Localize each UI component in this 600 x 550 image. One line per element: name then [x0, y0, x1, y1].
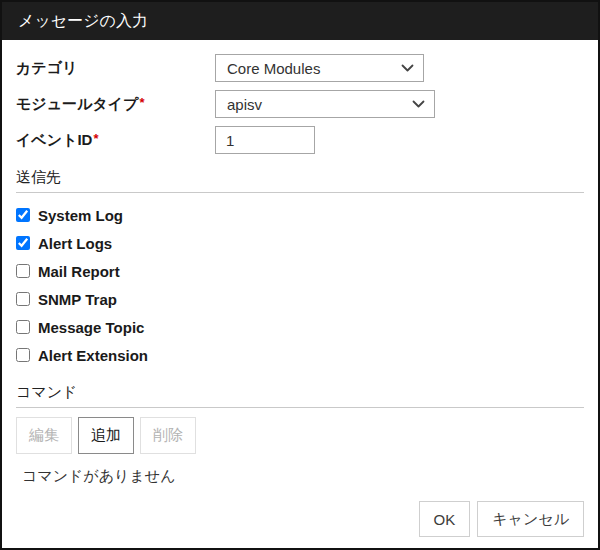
chevron-down-icon — [401, 64, 414, 73]
checkbox-row-system-log: System Log — [16, 201, 584, 229]
cancel-button[interactable]: キャンセル — [477, 501, 584, 537]
category-select-value: Core Modules — [227, 60, 320, 77]
dialog-title: メッセージの入力 — [18, 11, 148, 32]
snmp-trap-checkbox[interactable] — [16, 292, 30, 306]
command-button-group: 編集 追加 削除 — [16, 417, 584, 454]
chevron-down-icon — [412, 100, 425, 109]
divider — [16, 192, 584, 193]
checkbox-row-snmp-trap: SNMP Trap — [16, 285, 584, 313]
mail-report-checkbox[interactable] — [16, 264, 30, 278]
module-type-label: モジュールタイプ* — [16, 95, 215, 114]
message-input-dialog: メッセージの入力 カテゴリ Core Modules モジュールタイプ* api… — [0, 0, 600, 550]
dialog-body: カテゴリ Core Modules モジュールタイプ* apisv イベントID… — [2, 40, 598, 501]
dialog-footer: OK キャンセル — [2, 501, 598, 548]
module-type-select-value: apisv — [227, 96, 262, 113]
category-row: カテゴリ Core Modules — [16, 54, 584, 82]
ok-button[interactable]: OK — [419, 501, 471, 537]
checkbox-label: System Log — [38, 207, 123, 224]
system-log-checkbox[interactable] — [16, 208, 30, 222]
add-command-button[interactable]: 追加 — [78, 417, 134, 454]
checkbox-row-mail-report: Mail Report — [16, 257, 584, 285]
module-type-label-text: モジュールタイプ — [16, 95, 138, 112]
delete-command-button[interactable]: 削除 — [140, 417, 196, 454]
category-label: カテゴリ — [16, 59, 215, 78]
checkbox-row-message-topic: Message Topic — [16, 313, 584, 341]
checkbox-label: Alert Logs — [38, 235, 112, 252]
checkbox-label: Message Topic — [38, 319, 144, 336]
category-select[interactable]: Core Modules — [215, 54, 424, 82]
module-type-select[interactable]: apisv — [215, 90, 435, 118]
no-commands-message: コマンドがありません — [22, 467, 584, 486]
edit-command-button[interactable]: 編集 — [16, 417, 72, 454]
module-type-row: モジュールタイプ* apisv — [16, 90, 584, 118]
checkbox-row-alert-extension: Alert Extension — [16, 341, 584, 369]
event-id-row: イベントID* — [16, 126, 584, 154]
message-topic-checkbox[interactable] — [16, 320, 30, 334]
checkbox-label: Mail Report — [38, 263, 120, 280]
event-id-label: イベントID* — [16, 131, 215, 150]
checkbox-row-alert-logs: Alert Logs — [16, 229, 584, 257]
alert-logs-checkbox[interactable] — [16, 236, 30, 250]
event-id-label-text: イベントID — [16, 131, 92, 148]
required-asterisk: * — [139, 95, 144, 110]
dialog-titlebar: メッセージの入力 — [2, 2, 598, 40]
alert-extension-checkbox[interactable] — [16, 348, 30, 362]
divider — [16, 407, 584, 408]
command-heading: コマンド — [16, 383, 584, 402]
event-id-input[interactable] — [215, 126, 315, 154]
checkbox-label: SNMP Trap — [38, 291, 117, 308]
destination-heading: 送信先 — [16, 168, 584, 187]
required-asterisk: * — [93, 131, 98, 146]
checkbox-label: Alert Extension — [38, 347, 148, 364]
